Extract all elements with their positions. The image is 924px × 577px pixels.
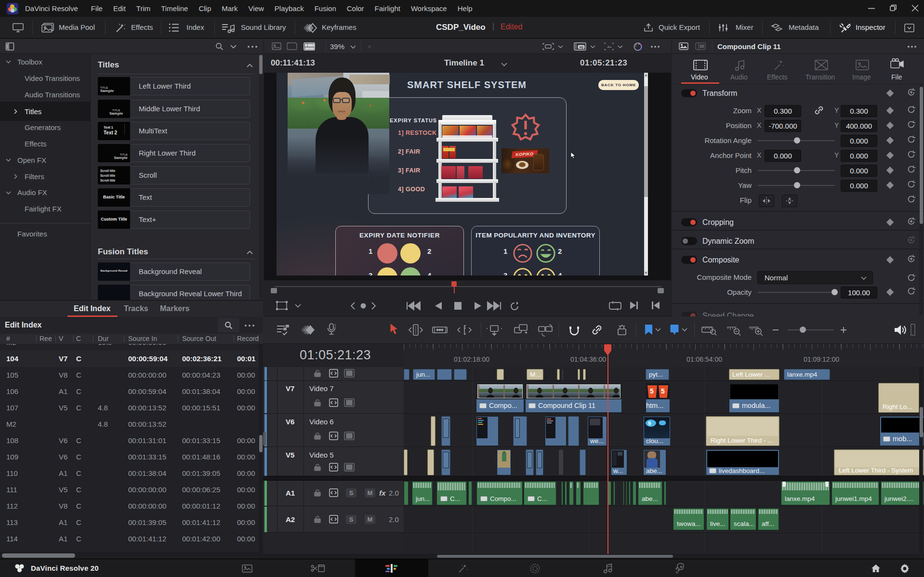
svg-text:HQ: HQ bbox=[579, 46, 583, 49]
